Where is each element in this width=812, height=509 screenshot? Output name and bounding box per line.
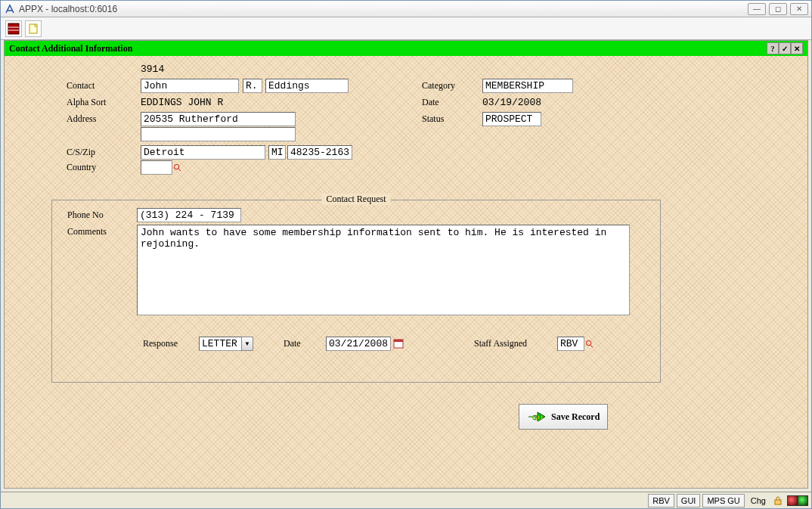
minimize-button[interactable]: —	[748, 3, 766, 15]
country-lookup-icon[interactable]	[172, 163, 181, 172]
phone-label: Phone No	[67, 209, 104, 221]
last-name-input[interactable]	[265, 79, 349, 93]
country-input[interactable]	[141, 160, 172, 175]
svg-rect-0	[8, 23, 19, 34]
status-lights	[787, 495, 808, 506]
content-frame: Contact Additional Information ? ✓ ✕ 391…	[4, 40, 808, 489]
phone-input[interactable]	[137, 208, 241, 222]
staff-label: Staff Assigned	[474, 338, 527, 349]
req-date-input[interactable]	[326, 337, 391, 351]
status-input[interactable]	[482, 112, 541, 126]
form-area: 3914 Contact Alpha Sort EDDINGS JOHN R A…	[5, 56, 807, 488]
zip-input[interactable]	[287, 145, 352, 160]
svg-text:GO: GO	[532, 414, 543, 421]
alpha-sort-value: EDDINGS JOHN R	[141, 97, 223, 108]
comments-textarea[interactable]: John wants to have some membership infor…	[137, 225, 630, 315]
accept-button[interactable]: ✓	[779, 42, 791, 54]
state-input[interactable]	[268, 145, 286, 160]
panel-header: Contact Additional Information ? ✓ ✕	[5, 41, 807, 56]
titlebar-text: APPX - localhost:0:6016	[19, 4, 117, 14]
status-chg: Chg	[745, 496, 772, 505]
city-input[interactable]	[141, 145, 265, 160]
toolbar	[1, 17, 811, 40]
address-label: Address	[67, 113, 96, 125]
light-green	[798, 495, 808, 506]
alpha-sort-label: Alpha Sort	[67, 97, 106, 108]
cszip-label: C/S/Zip	[67, 147, 95, 158]
status-btn-gui[interactable]: GUI	[677, 494, 701, 507]
contact-label: Contact	[67, 80, 95, 92]
svg-point-4	[174, 164, 178, 169]
document-icon	[27, 23, 39, 35]
maximize-button[interactable]: ◻	[769, 3, 787, 15]
address2-input[interactable]	[141, 127, 296, 141]
comments-label: Comments	[67, 226, 107, 237]
svg-rect-3	[29, 24, 37, 33]
grid-icon	[8, 23, 20, 35]
category-label: Category	[422, 80, 455, 92]
contact-request-legend: Contact Request	[322, 194, 391, 205]
light-red	[787, 495, 798, 506]
req-date-label: Date	[284, 338, 301, 349]
save-record-label: Save Record	[551, 411, 600, 423]
category-input[interactable]	[482, 79, 573, 93]
status-btn-mpsgu[interactable]: MPS GU	[702, 494, 744, 507]
address1-input[interactable]	[141, 112, 296, 126]
response-label: Response	[143, 338, 178, 349]
panel-close-button[interactable]: ✕	[791, 42, 803, 54]
svg-line-5	[178, 169, 181, 171]
right-date-value: 03/19/2008	[482, 97, 541, 108]
lock-icon	[772, 495, 784, 507]
staff-lookup-icon[interactable]	[584, 340, 594, 349]
titlebar-buttons: — ◻ ✕	[748, 3, 808, 15]
contact-request-fieldset: Contact Request Phone No Comments John w…	[51, 200, 661, 383]
close-button[interactable]: ✕	[790, 3, 808, 15]
toolbar-btn-2[interactable]	[25, 20, 42, 37]
titlebar: APPX - localhost:0:6016 — ◻ ✕	[1, 1, 811, 17]
status-label: Status	[422, 113, 444, 125]
contact-id: 3914	[141, 64, 164, 75]
help-button[interactable]: ?	[767, 42, 779, 54]
save-record-button[interactable]: GO Save Record	[519, 404, 608, 430]
staff-input[interactable]	[557, 337, 584, 351]
calendar-icon[interactable]	[392, 337, 404, 349]
right-date-label: Date	[422, 97, 439, 108]
app-icon	[4, 3, 16, 15]
app-window: APPX - localhost:0:6016 — ◻ ✕ Contact Ad…	[0, 0, 812, 509]
status-btn-rbv[interactable]: RBV	[648, 494, 674, 507]
svg-rect-14	[775, 500, 781, 504]
go-icon: GO	[527, 408, 547, 426]
svg-point-11	[586, 340, 590, 345]
first-name-input[interactable]	[141, 79, 239, 93]
statusbar: RBV GUI MPS GU Chg	[1, 492, 811, 508]
middle-initial-input[interactable]	[243, 79, 262, 93]
panel-title: Contact Additional Information	[9, 43, 132, 54]
svg-line-12	[590, 345, 593, 347]
toolbar-btn-1[interactable]	[5, 20, 22, 37]
country-label: Country	[67, 162, 96, 173]
svg-rect-7	[394, 340, 403, 342]
response-dropdown-button[interactable]: ▼	[241, 337, 253, 351]
response-input[interactable]	[199, 337, 241, 351]
